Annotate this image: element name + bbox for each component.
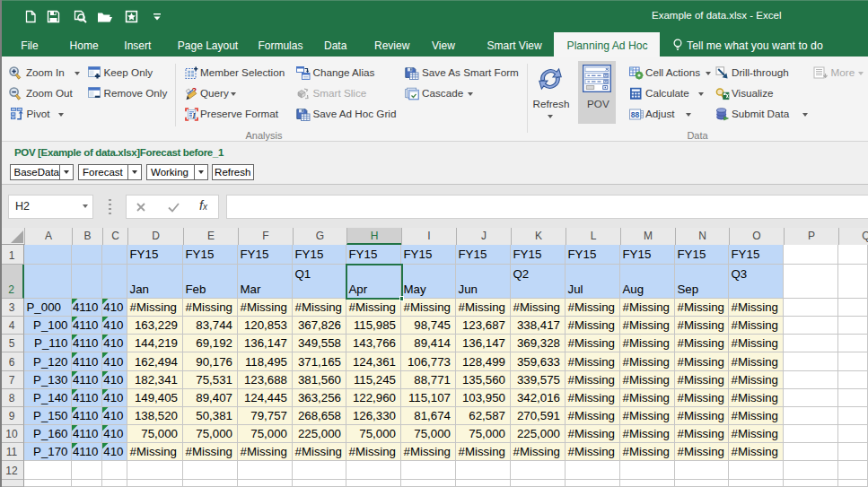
- svg-text:88: 88: [630, 109, 639, 118]
